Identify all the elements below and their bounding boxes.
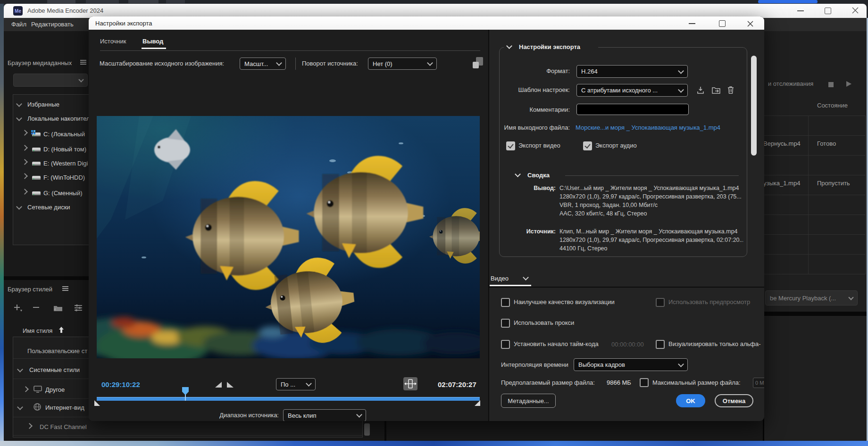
step-back-icon[interactable] bbox=[214, 381, 222, 390]
timeline-slider[interactable] bbox=[97, 397, 480, 401]
stacked-frames-icon[interactable] bbox=[472, 56, 484, 72]
queue-row-file[interactable]: узыка_1.mp4 bbox=[763, 180, 800, 187]
max-size-checkbox[interactable] bbox=[640, 378, 649, 387]
ok-button[interactable]: OK bbox=[676, 394, 705, 407]
preset-settings-button[interactable] bbox=[74, 304, 83, 314]
tree-item-local-drives[interactable]: Локальные накопител bbox=[27, 115, 90, 122]
export-section-title[interactable]: Настройки экспорта bbox=[519, 43, 580, 50]
start-timecode-value[interactable]: 00:00:00:00 bbox=[611, 341, 644, 348]
style-name-sort[interactable]: Имя стиля bbox=[23, 327, 52, 334]
app-minimize-button[interactable] bbox=[797, 10, 804, 11]
format-dropdown[interactable]: H.264 bbox=[576, 65, 688, 78]
dialog-titlebar[interactable] bbox=[89, 17, 764, 30]
trim-out-handle[interactable] bbox=[475, 400, 480, 406]
use-proxies-checkbox[interactable] bbox=[501, 319, 510, 328]
summary-output-line: 1280x720 (1,0), 29,97 кадра/с, Прогресси… bbox=[559, 193, 743, 200]
source-range-dropdown[interactable]: Весь клип bbox=[283, 409, 366, 421]
time-interpolation-dropdown[interactable]: Выборка кадров bbox=[574, 358, 688, 371]
tree-item-drive-c[interactable]: C: (Локальный bbox=[43, 131, 85, 138]
tabs-separator bbox=[100, 50, 480, 51]
row-vdivider bbox=[295, 58, 296, 70]
scaling-dropdown[interactable]: Масшт... bbox=[240, 58, 286, 70]
trim-in-handle[interactable] bbox=[94, 400, 100, 406]
use-previews-checkbox[interactable] bbox=[656, 298, 665, 307]
panel-menu-icon[interactable] bbox=[62, 288, 68, 289]
queue-row-file[interactable]: Вернусь.mp4 bbox=[763, 140, 801, 147]
renderer-dropdown[interactable]: be Mercury Playback (... bbox=[765, 290, 858, 306]
app-close-button[interactable] bbox=[852, 7, 859, 14]
sort-up-icon[interactable] bbox=[58, 326, 64, 335]
queue-grid-line bbox=[764, 195, 866, 195]
preset-dropdown[interactable]: С атрибутами исходного ... bbox=[576, 84, 688, 97]
comments-label: Комментарии: bbox=[504, 106, 570, 113]
zoom-dropdown[interactable]: По ... bbox=[276, 378, 316, 390]
tree-item-drive-e[interactable]: E: (Western Digi bbox=[43, 160, 88, 167]
panel-menu-icon[interactable] bbox=[80, 62, 86, 63]
metadata-button[interactable]: Метаданные... bbox=[501, 394, 556, 408]
export-video-checkbox[interactable] bbox=[506, 141, 515, 150]
tab-source[interactable]: Источник bbox=[100, 38, 126, 45]
import-preset-icon[interactable] bbox=[711, 86, 721, 96]
style-row-dc-fast-channel[interactable]: DC Fast Channel bbox=[40, 423, 87, 430]
chevron-down-icon bbox=[678, 87, 684, 93]
cancel-button[interactable]: Отмена bbox=[715, 394, 753, 407]
delete-preset-icon[interactable] bbox=[727, 86, 734, 96]
app-titlebar[interactable] bbox=[4, 4, 867, 18]
output-name-link[interactable]: Морские...и моря _ Успокаивающая музыка_… bbox=[576, 124, 750, 131]
summary-output-line: AAC, 320 кбит/с, 48 кГц, Стерео bbox=[559, 210, 743, 217]
stop-queue-icon[interactable] bbox=[828, 82, 834, 87]
tree-item-drive-f[interactable]: F: (WinToHDD) bbox=[43, 174, 85, 181]
step-forward-icon[interactable] bbox=[226, 381, 234, 390]
add-preset-button[interactable] bbox=[13, 304, 23, 314]
save-preset-icon[interactable] bbox=[696, 86, 705, 96]
style-row-custom[interactable]: Пользовательские ст bbox=[27, 347, 87, 355]
style-row-internet-video[interactable]: Интернет-вид bbox=[45, 404, 84, 411]
summary-header-line bbox=[565, 175, 739, 176]
tab-output-underline bbox=[142, 48, 166, 49]
menu-edit[interactable]: Редактировать bbox=[31, 21, 74, 28]
video-preview[interactable] bbox=[97, 116, 480, 358]
estimated-size-label: Предполагаемый размер файла: bbox=[501, 379, 595, 386]
globe-icon bbox=[33, 403, 42, 413]
start-queue-icon[interactable] bbox=[846, 81, 851, 87]
app-maximize-button[interactable] bbox=[825, 8, 831, 14]
rotation-dropdown[interactable]: Нет (0) bbox=[368, 58, 437, 70]
menu-file[interactable]: Файл bbox=[11, 21, 26, 28]
dialog-maximize-button[interactable] bbox=[719, 20, 726, 27]
styles-scrollbar-thumb[interactable] bbox=[364, 423, 370, 436]
time-interpolation-label: Интерполяция времени bbox=[501, 361, 568, 368]
comments-input[interactable] bbox=[576, 104, 689, 115]
media-filter-dropdown[interactable] bbox=[13, 74, 88, 87]
dialog-minimize-button[interactable] bbox=[689, 23, 695, 24]
chevron-down-icon bbox=[356, 412, 362, 418]
tree-item-favorites[interactable]: Избранные bbox=[27, 101, 59, 108]
dialog-close-button[interactable] bbox=[747, 20, 753, 26]
aspect-fit-button[interactable] bbox=[403, 377, 417, 390]
remove-preset-button[interactable] bbox=[33, 307, 39, 308]
chevron-down-icon[interactable] bbox=[523, 274, 529, 281]
status-column-header[interactable]: Состояние bbox=[817, 102, 848, 109]
summary-section-title[interactable]: Сводка bbox=[527, 172, 550, 179]
tab-output[interactable]: Вывод bbox=[142, 38, 163, 45]
styles-browser-title: Браузер стилей bbox=[8, 286, 52, 293]
preset-group-button[interactable] bbox=[53, 304, 63, 314]
desktop-icon-blob bbox=[86, 0, 119, 3]
tab-video[interactable]: Видео bbox=[491, 275, 509, 282]
start-timecode-checkbox[interactable] bbox=[501, 340, 510, 349]
style-row-system[interactable]: Системные стили bbox=[29, 366, 80, 373]
summary-source-line: Клип, М...ный мир _ Жители моря _ Успока… bbox=[559, 228, 743, 235]
drive-c-icon bbox=[31, 130, 42, 140]
export-audio-checkbox[interactable] bbox=[583, 141, 592, 150]
time-interpolation-value: Выборка кадров bbox=[578, 361, 625, 368]
tree-item-network-drives[interactable]: Сетевые диски bbox=[27, 204, 70, 211]
scaling-label: Масштабирование исходного изображения: bbox=[100, 60, 224, 67]
tree-item-drive-g[interactable]: G: (Сменный) bbox=[43, 190, 83, 197]
best-quality-checkbox[interactable] bbox=[501, 298, 510, 307]
dialog-scrollbar-thumb[interactable] bbox=[751, 56, 757, 156]
tree-item-drive-d[interactable]: D: (Новый том) bbox=[43, 146, 86, 153]
summary-output-line: VBR, 1 проход, Задан. 10,00 Мбит/с bbox=[559, 202, 743, 208]
app-title: Adobe Media Encoder 2024 bbox=[27, 7, 103, 14]
style-row-other[interactable]: Другое bbox=[45, 386, 65, 393]
render-alpha-checkbox[interactable] bbox=[656, 340, 665, 349]
max-size-input[interactable]: 0 М bbox=[753, 378, 764, 388]
